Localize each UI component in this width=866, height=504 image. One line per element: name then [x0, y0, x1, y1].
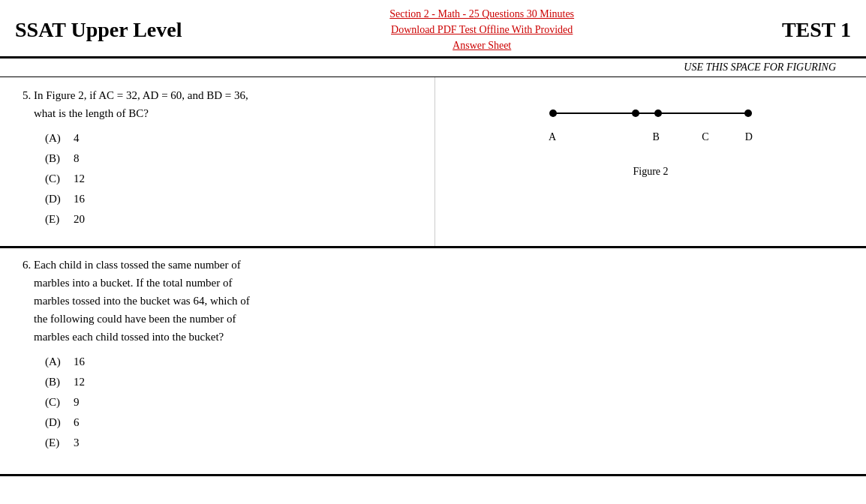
option-b: (B) 8 — [45, 148, 419, 169]
section-line1: Section 2 - Math - 25 Questions 30 Minut… — [389, 8, 574, 20]
question6: 6. Each child in class tossed the same n… — [23, 256, 851, 453]
question5: 5. In Figure 2, if AC = 32, AD = 60, and… — [23, 86, 419, 230]
q6-option-a: (A) 16 — [45, 352, 851, 372]
section-link[interactable]: Section 2 - Math - 25 Questions 30 Minut… — [389, 8, 574, 51]
figure2-area: A B C D Figure 2 — [450, 100, 851, 178]
section-line3: Answer Sheet — [453, 40, 511, 51]
q6-option-d-value: 6 — [74, 412, 80, 433]
question6-text: 6. Each child in class tossed the same n… — [23, 256, 851, 346]
q6-option-a-value: 16 — [74, 352, 85, 372]
bottom-divider — [0, 474, 866, 476]
svg-point-1 — [549, 110, 557, 117]
svg-point-2 — [632, 110, 639, 117]
page-title: SSAT Upper Level — [15, 18, 182, 42]
q6-option-c-label: (C) — [45, 392, 66, 412]
option-d-value: 16 — [74, 189, 85, 209]
option-d: (D) 16 — [45, 189, 419, 209]
sub-header: USE THIS SPACE FOR FIGURING — [0, 58, 866, 77]
option-e-value: 20 — [74, 209, 85, 230]
question6-section: 6. Each child in class tossed the same n… — [0, 248, 866, 466]
q6-option-a-label: (A) — [45, 352, 66, 372]
q6-option-b-value: 12 — [74, 372, 85, 392]
question5-options: (A) 4 (B) 8 (C) 12 (D) 16 — [45, 128, 419, 230]
question6-line4: the following could have been the number… — [34, 313, 236, 325]
line-figure-wrapper — [450, 100, 851, 131]
section-line2: Download PDF Test Offline With Provided — [391, 24, 573, 35]
q6-option-e-label: (E) — [45, 433, 66, 453]
label-c: C — [702, 131, 708, 143]
svg-point-4 — [744, 110, 752, 117]
option-e: (E) 20 — [45, 209, 419, 230]
question5-section: 5. In Figure 2, if AC = 32, AD = 60, and… — [0, 77, 866, 246]
question6-options: (A) 16 (B) 12 (C) 9 (D) 6 (E) 3 — [45, 352, 851, 453]
q6-option-d: (D) 6 — [45, 412, 851, 433]
figure2-svg — [546, 100, 756, 130]
option-d-label: (D) — [45, 189, 66, 209]
option-c-label: (C) — [45, 169, 66, 189]
q6-option-b-label: (B) — [45, 372, 66, 392]
question6-line3: marbles tossed into the bucket was 64, w… — [34, 295, 250, 307]
option-a: (A) 4 — [45, 128, 419, 148]
question5-left: 5. In Figure 2, if AC = 32, AD = 60, and… — [0, 77, 435, 246]
question5-figure: A B C D Figure 2 — [435, 77, 866, 246]
q6-option-b: (B) 12 — [45, 372, 851, 392]
q6-option-c: (C) 9 — [45, 392, 851, 412]
q6-option-c-value: 9 — [74, 392, 80, 412]
figure2-labels: A B C D — [546, 131, 756, 143]
svg-point-3 — [654, 110, 662, 117]
header-center: Section 2 - Math - 25 Questions 30 Minut… — [197, 6, 766, 53]
option-c-value: 12 — [74, 169, 85, 189]
label-d: D — [745, 131, 753, 143]
question6-line2: marbles into a bucket. If the total numb… — [34, 277, 233, 289]
option-b-value: 8 — [74, 148, 80, 169]
option-c: (C) 12 — [45, 169, 419, 189]
figure2-caption: Figure 2 — [450, 166, 851, 178]
question5-text: 5. In Figure 2, if AC = 32, AD = 60, and… — [23, 86, 419, 122]
q6-option-e: (E) 3 — [45, 433, 851, 453]
question5-line2: what is the length of BC? — [34, 107, 149, 119]
question6-number: 6. — [23, 259, 34, 271]
q6-option-e-value: 3 — [74, 433, 80, 453]
question5-line1: In Figure 2, if AC = 32, AD = 60, and BD… — [34, 89, 248, 101]
page-container: SSAT Upper Level Section 2 - Math - 25 Q… — [0, 0, 866, 476]
question6-line5: marbles each child tossed into the bucke… — [34, 331, 224, 343]
question6-line1: Each child in class tossed the same numb… — [34, 259, 241, 271]
q6-option-d-label: (D) — [45, 412, 66, 433]
option-e-label: (E) — [45, 209, 66, 230]
figuring-label: USE THIS SPACE FOR FIGURING — [684, 62, 851, 74]
label-a: A — [549, 131, 556, 143]
option-a-label: (A) — [45, 128, 66, 148]
test-label: TEST 1 — [782, 18, 851, 42]
label-b: B — [652, 131, 659, 143]
option-b-label: (B) — [45, 148, 66, 169]
question5-number: 5. — [23, 89, 34, 101]
header: SSAT Upper Level Section 2 - Math - 25 Q… — [0, 0, 866, 58]
option-a-value: 4 — [74, 128, 80, 148]
